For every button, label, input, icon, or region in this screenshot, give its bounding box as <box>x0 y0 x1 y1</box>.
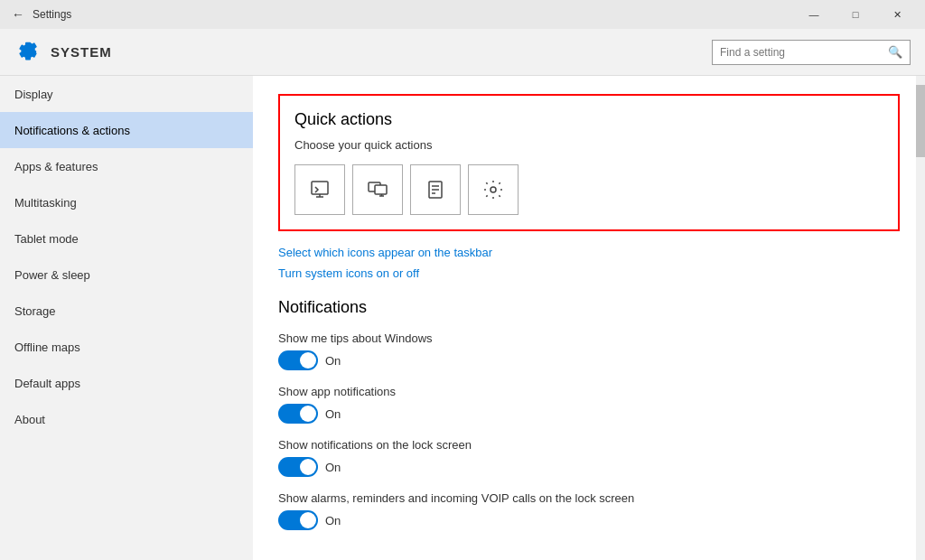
lock-screen-label: Show notifications on the lock screen <box>278 438 900 452</box>
sidebar-item-offline[interactable]: Offline maps <box>0 329 253 365</box>
lock-screen-toggle-container: On <box>278 457 900 477</box>
alarms-value: On <box>325 514 341 527</box>
quick-action-note[interactable] <box>410 164 461 215</box>
scrollbar-thumb[interactable] <box>916 85 925 157</box>
tips-label: Show me tips about Windows <box>278 331 900 345</box>
window-controls: — □ ✕ <box>793 0 918 29</box>
quick-action-tablet-mode[interactable] <box>294 164 345 215</box>
quick-action-connect[interactable] <box>352 164 403 215</box>
close-button[interactable]: ✕ <box>876 0 918 29</box>
sidebar-item-power[interactable]: Power & sleep <box>0 257 253 293</box>
app-notif-label: Show app notifications <box>278 385 900 398</box>
lock-screen-value: On <box>325 461 341 474</box>
sidebar: DisplayNotifications & actionsApps & fea… <box>0 76 253 560</box>
sidebar-item-about[interactable]: About <box>0 401 253 437</box>
sidebar-item-default[interactable]: Default apps <box>0 365 253 401</box>
sidebar-item-display[interactable]: Display <box>0 76 253 112</box>
minimize-button[interactable]: — <box>793 0 835 29</box>
app-header: SYSTEM 🔍 <box>0 29 925 76</box>
scrollbar[interactable] <box>916 76 925 560</box>
quick-actions-subtitle: Choose your quick actions <box>294 138 883 152</box>
maximize-button[interactable]: □ <box>835 0 876 29</box>
tips-toggle-container: On <box>278 350 900 370</box>
svg-rect-4 <box>375 185 387 194</box>
system-icons-link[interactable]: Turn system icons on or off <box>278 266 900 280</box>
app-notif-toggle[interactable] <box>278 404 318 424</box>
toggle-row-alarms: Show alarms, reminders and incoming VOIP… <box>278 491 900 530</box>
alarms-toggle[interactable] <box>278 510 318 530</box>
sidebar-item-storage[interactable]: Storage <box>0 293 253 329</box>
sidebar-item-apps[interactable]: Apps & features <box>0 148 253 184</box>
quick-actions-title: Quick actions <box>294 110 883 129</box>
search-box[interactable]: 🔍 <box>712 40 911 65</box>
main-content: Quick actions Choose your quick actions <box>253 76 925 560</box>
window-title: Settings <box>33 8 793 21</box>
alarms-label: Show alarms, reminders and incoming VOIP… <box>278 491 900 505</box>
search-input[interactable] <box>720 46 888 59</box>
title-bar: ← Settings — □ ✕ <box>0 0 925 29</box>
toggle-row-lock-screen: Show notifications on the lock screen On <box>278 438 900 477</box>
toggle-row-tips: Show me tips about Windows On <box>278 331 900 370</box>
sidebar-item-notifications[interactable]: Notifications & actions <box>0 112 253 148</box>
search-icon: 🔍 <box>888 45 902 59</box>
svg-point-11 <box>491 187 496 192</box>
tips-value: On <box>325 354 341 368</box>
sidebar-item-tablet[interactable]: Tablet mode <box>0 220 253 257</box>
quick-action-icons-row <box>294 164 883 215</box>
toggle-row-app-notif: Show app notifications On <box>278 385 900 424</box>
quick-action-settings[interactable] <box>468 164 519 215</box>
app-notif-toggle-container: On <box>278 404 900 424</box>
tips-toggle[interactable] <box>278 350 318 370</box>
system-gear-icon <box>14 40 40 65</box>
svg-rect-0 <box>312 182 328 194</box>
quick-actions-section: Quick actions Choose your quick actions <box>278 94 900 231</box>
content-area: DisplayNotifications & actionsApps & fea… <box>0 76 925 560</box>
sidebar-item-multitasking[interactable]: Multitasking <box>0 184 253 220</box>
back-button[interactable]: ← <box>7 4 29 25</box>
settings-window: ← Settings — □ ✕ SYSTEM 🔍 DisplayNotific… <box>0 0 925 560</box>
app-notif-value: On <box>325 407 341 421</box>
taskbar-icons-link[interactable]: Select which icons appear on the taskbar <box>278 246 900 259</box>
app-title: SYSTEM <box>51 44 112 60</box>
lock-screen-toggle[interactable] <box>278 457 318 477</box>
notifications-section: Notifications Show me tips about Windows… <box>278 298 900 530</box>
alarms-toggle-container: On <box>278 510 900 530</box>
notifications-title: Notifications <box>278 298 900 317</box>
